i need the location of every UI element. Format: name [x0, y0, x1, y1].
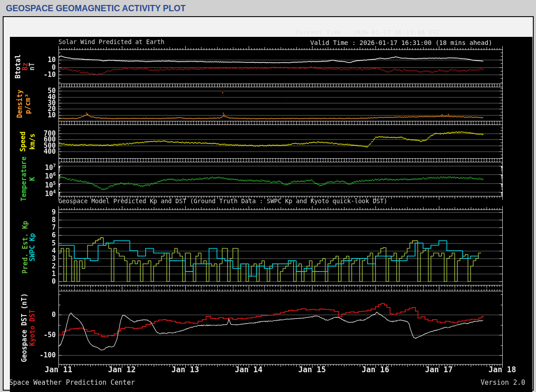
- footer-source: Space Weather Prediction Center: [9, 379, 135, 387]
- y-tick-label: 10: [24, 111, 56, 119]
- subtitle-solar-wind: Solar Wind Predicted at Earth: [58, 38, 165, 45]
- x-tick-label: Jan 13: [171, 365, 199, 374]
- current-time-label: Current Time : 2026-01-17 16:13:06 UTC: [296, 29, 440, 36]
- y-tick-label: 3: [24, 255, 56, 262]
- x-tick-label: Jan 11: [45, 365, 72, 374]
- y-tick-label: 10: [24, 56, 56, 63]
- y-tick-label: 106: [24, 171, 56, 180]
- plot-title: Geospace Timeline : Latest 7 Days: [58, 27, 219, 36]
- y-tick-label: 4: [24, 247, 56, 254]
- x-tick-label: Jan 18: [488, 365, 516, 374]
- y-tick-label: 8: [24, 216, 56, 223]
- x-tick-label: Jan 16: [362, 365, 389, 374]
- footer-version: Version 2.0: [481, 379, 525, 387]
- geospace-activity-page: GEOSPACE GEOMAGNETIC ACTIVITY PLOT Geosp…: [0, 0, 536, 392]
- y-tick-label: 0: [24, 311, 56, 318]
- y-tick-label: 2: [24, 263, 56, 270]
- y-tick-label: 104: [24, 188, 56, 197]
- x-tick-label: Jan 12: [108, 365, 135, 374]
- chart-canvas: [0, 0, 536, 392]
- y-tick-label: -100: [24, 352, 56, 359]
- valid-time-label: Valid Time : 2026-01-17 16:31:00 (18 min…: [310, 39, 492, 46]
- x-tick-label: Jan 15: [298, 365, 326, 374]
- y-tick-label: 400: [24, 148, 56, 155]
- y-tick-label: 0: [24, 64, 56, 71]
- x-tick-label: Jan 14: [235, 365, 262, 374]
- x-tick-label: Jan 17: [425, 365, 452, 374]
- subtitle-kp-dst: Geospace Model Predicted Kp and DST (Gro…: [58, 197, 388, 205]
- y-tick-label: 5: [24, 240, 56, 247]
- y-tick-label: 105: [24, 180, 56, 189]
- y-tick-label: -50: [24, 331, 56, 339]
- y-tick-label: 9: [24, 209, 56, 216]
- y-tick-label: 0: [24, 278, 56, 285]
- y-tick-label: -10: [24, 71, 56, 78]
- y-tick-label: 1: [24, 270, 56, 277]
- y-tick-label: 7: [24, 224, 56, 231]
- panel-axis-label: Density: [16, 89, 24, 118]
- y-tick-label: 107: [24, 162, 56, 171]
- y-tick-label: 6: [24, 232, 56, 239]
